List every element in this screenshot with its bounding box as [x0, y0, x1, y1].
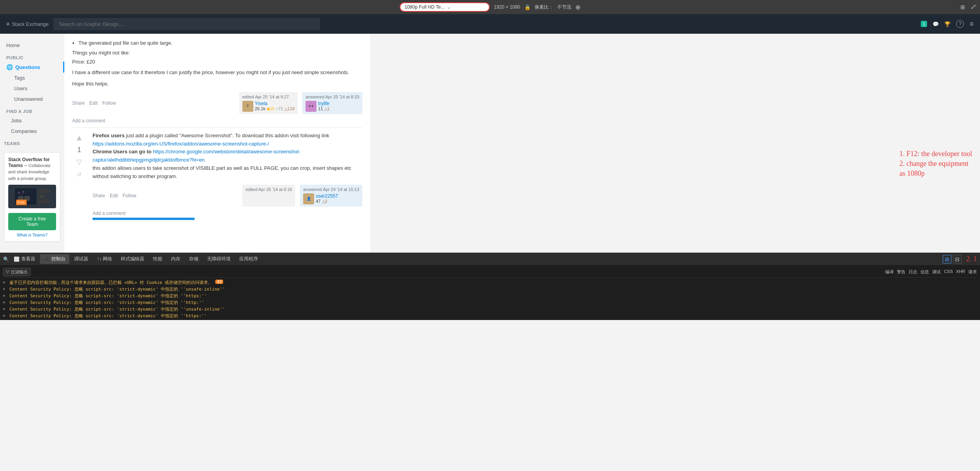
devtools-tab-application[interactable]: 应用程序: [235, 254, 262, 264]
sidebar-item-tags[interactable]: Tags: [0, 73, 64, 83]
share-link-2[interactable]: Share: [93, 193, 105, 198]
add-comment-2[interactable]: Add a comment: [93, 211, 362, 216]
devtools-tab-inspector[interactable]: ⬜ 查看器: [10, 254, 39, 264]
unanswered-label: Unanswered: [14, 96, 43, 102]
teams-promo-box: Stack Overflow for Teams – Collaborate a…: [4, 152, 60, 242]
lock-icon: 🔒: [524, 4, 531, 10]
tab-log[interactable]: 日志: [909, 269, 917, 275]
home-label: Home: [6, 42, 20, 48]
teams-image: >_? ✓: [8, 185, 56, 208]
price-label: Price: £20: [72, 59, 362, 65]
share-link-1[interactable]: Share: [72, 100, 85, 106]
site-logo[interactable]: ≡ Stack Exchange: [6, 21, 49, 27]
user1-name[interactable]: Yisela: [255, 101, 295, 106]
inbox-icon[interactable]: 💬: [933, 21, 939, 27]
tab-translate[interactable]: 编译: [885, 269, 894, 275]
dropdown-arrow[interactable]: ⌄: [447, 5, 451, 10]
bullet-psd-large: The generated psd file can be quite larg…: [78, 40, 362, 46]
console-line-7: ▶ Content Security Policy: 忽略 script-src…: [3, 319, 977, 320]
prev-answer-content: The generated psd file can be quite larg…: [72, 40, 362, 50]
firefox-link[interactable]: https://addons.mozilla.org/en-US/firefox…: [93, 141, 269, 147]
answered-label-2: answered Apr 24 '14 at 15:13: [303, 187, 359, 192]
add-comment-1[interactable]: Add a comment: [72, 118, 362, 124]
user2-rep: 11 △1: [318, 106, 329, 111]
things-might-not-like: Things you might not like:: [72, 50, 362, 56]
downvote-button-2[interactable]: ▽: [73, 156, 85, 168]
edit-link-2[interactable]: Edit: [110, 193, 118, 198]
console-line-1: ▶ 鉴于已开启内容拦截功能，而这个请求来自跟踪器。已拦截 <URL> 对 Coo…: [3, 279, 977, 286]
follow-link-2[interactable]: Follow: [123, 193, 136, 198]
devtools-tab-style-editor[interactable]: 样式编辑器: [117, 254, 148, 264]
follow-link-1[interactable]: Follow: [102, 100, 116, 106]
devtools-tab-console[interactable]: ⬛ 控制台: [40, 254, 69, 264]
tab-requests[interactable]: 请求: [968, 269, 977, 275]
questions-label: Questions: [15, 64, 40, 70]
console-line-6: ▶ Content Security Policy: 忽略 script-src…: [3, 313, 977, 319]
tab-info[interactable]: 信息: [920, 269, 929, 275]
cursor-icon[interactable]: ⊕: [575, 4, 580, 11]
answer2-block: ▲ 1 ▽ ↺ Firefox users just add a plugin …: [72, 127, 362, 226]
console-toolbar: ▽ 过滤输出 编译 警告 日志 信息 调试 CSS XHR 请求: [3, 267, 977, 278]
devtools-tab-storage[interactable]: 存储: [185, 254, 202, 264]
hope-text: Hope this helps.: [72, 81, 362, 87]
search-input[interactable]: [53, 18, 320, 30]
sidebar-item-users[interactable]: Users: [0, 83, 64, 94]
globe-icon: 🌐: [6, 64, 13, 70]
tab-warn[interactable]: 警告: [897, 269, 905, 275]
help-icon[interactable]: ?: [956, 20, 964, 28]
devtools-tab-performance[interactable]: 性能: [149, 254, 166, 264]
user3-name[interactable]: user22557: [316, 193, 338, 199]
console-area: ▽ 过滤输出 编译 警告 日志 信息 调试 CSS XHR 请求 ▶ 鉴于已开启…: [0, 265, 980, 320]
sidebar-item-companies[interactable]: Companies: [0, 126, 64, 136]
devtools-tab-memory[interactable]: 内存: [167, 254, 184, 264]
edited-card-2: edited Apr 25 '14 at 6:16: [242, 185, 295, 207]
users-label: Users: [14, 85, 27, 91]
right-sidebar: 1. F12: the developer tool 2. change the…: [370, 34, 488, 253]
tab-css[interactable]: CSS: [944, 269, 953, 275]
console-line-5: ▶ Content Security Policy: 忽略 script-src…: [3, 306, 977, 313]
devtools-tab-debugger[interactable]: 调试器: [70, 254, 92, 264]
hamburger-icon[interactable]: ≡: [969, 20, 974, 28]
progress-bar: [93, 218, 195, 220]
answer2-content: Firefox users just add a plugin called "…: [93, 132, 362, 220]
sidebar-item-questions[interactable]: 🌐 Questions: [0, 62, 64, 73]
answer2-addon-para: this addon allows users to take screensh…: [93, 164, 362, 181]
inspector-icon: ⬜: [14, 256, 20, 262]
address-bar[interactable]: 1080p Full HD Te... ⌄: [400, 2, 490, 12]
logo-text: Stack Exchange: [12, 21, 49, 27]
upvote-button-2[interactable]: ▲: [73, 132, 85, 144]
achievements-icon[interactable]: 🏆: [944, 21, 951, 27]
what-is-teams-link[interactable]: What is Teams?: [8, 233, 56, 237]
device-emulation-icon[interactable]: ⊞: [943, 255, 951, 264]
sidebar-item-home[interactable]: Home: [0, 40, 64, 51]
console-line-2: ▶ Content Security Policy: 忽略 script-src…: [3, 286, 977, 293]
tags-label: Tags: [14, 75, 25, 81]
user2-name[interactable]: trylife: [318, 101, 329, 106]
create-team-button[interactable]: Create a free Team: [8, 213, 56, 230]
header-icons: 1 💬 🏆 ? ≡: [921, 20, 974, 28]
answer1-meta: Share Edit Follow edited Apr 25 '14 at 9…: [72, 92, 362, 114]
right-annotation: 1. F12: the developer tool 2. change the…: [900, 149, 972, 179]
edited-label-1: edited Apr 25 '14 at 9:27: [242, 95, 295, 99]
answer2-firefox-para: Firefox users just add a plugin called "…: [93, 132, 362, 148]
address-text: 1080p Full HD Te...: [404, 4, 445, 10]
vote-history-button-2[interactable]: ↺: [75, 170, 84, 179]
edit-link-1[interactable]: Edit: [89, 100, 98, 106]
console-badge: 49: [215, 280, 223, 284]
tab-debug[interactable]: 调试: [932, 269, 941, 275]
sidebar-item-jobs[interactable]: Jobs: [0, 115, 64, 126]
tab-xhr[interactable]: XHR: [956, 269, 965, 275]
responsive-icon[interactable]: ⊟: [953, 255, 962, 264]
notification-badge[interactable]: 1: [921, 21, 927, 27]
main-content: The generated psd file can be quite larg…: [64, 34, 370, 253]
edited-label-2: edited Apr 25 '14 at 6:16: [245, 187, 292, 192]
annotation-2-2: 2. 2: [415, 0, 427, 1]
teams-close-button[interactable]: ×: [974, 2, 977, 9]
sidebar-item-unanswered[interactable]: Unanswered: [0, 94, 64, 104]
console-filter[interactable]: ▽ 过滤输出: [3, 268, 31, 276]
search-bar[interactable]: [53, 18, 320, 30]
answered-card-2: answered Apr 24 '14 at 15:13 👤 user22557…: [300, 185, 362, 207]
device-toggle-icon[interactable]: ⊞: [960, 4, 965, 10]
devtools-tab-network[interactable]: ↑↓ 网络: [93, 254, 116, 264]
devtools-tab-accessibility[interactable]: 无障碍环境: [203, 254, 235, 264]
